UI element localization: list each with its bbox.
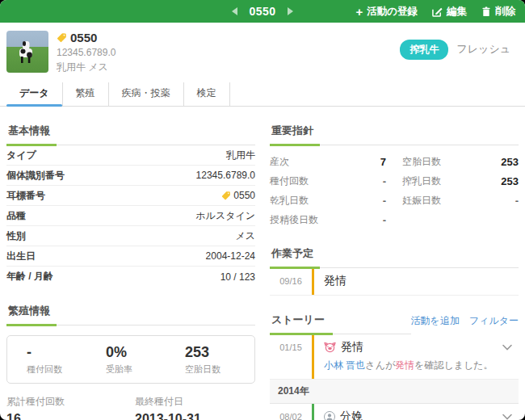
indicator-value: -: [383, 214, 386, 226]
row-value: 12345.6789.0: [196, 170, 255, 181]
row-value: 10 / 123: [220, 271, 255, 283]
indicator-label: 空胎日数: [402, 155, 441, 169]
schedule-item[interactable]: 09/16 発情: [270, 268, 519, 296]
indicator-label: 種付回数: [270, 174, 309, 188]
stat-value: 2013-10-31: [135, 412, 255, 420]
indicator-label: 乾乳日数: [270, 194, 309, 208]
filter-link[interactable]: フィルター: [469, 314, 519, 328]
register-activity-label: 活動の登録: [367, 5, 418, 19]
story-date: 08/02: [270, 404, 312, 420]
stat-cell: 累計種付回数 16: [6, 395, 127, 420]
indicator-value: 7: [380, 156, 386, 168]
ear-tag-icon: [57, 32, 67, 43]
table-row: 性別 メス: [6, 226, 255, 246]
row-value: 0550: [221, 190, 255, 201]
row-label: 性別: [6, 229, 26, 243]
tab-bar: データ 繁殖 疾病・投薬 検定: [0, 82, 525, 107]
summary-cell: 0% 受胎率: [91, 344, 170, 376]
delete-label: 削除: [495, 5, 515, 19]
summary-cell: - 種付回数: [12, 344, 91, 376]
content-area: 基本情報 タイプ 乳用牛 個体識別番号 12345.6789.0 耳標番号: [0, 107, 525, 420]
tab-inspection[interactable]: 検定: [184, 82, 230, 106]
indicators-table: 産次7 空胎日数253 種付回数- 搾乳日数253 乾乳日数- 妊娠日数- 授精…: [270, 152, 519, 229]
topbar-actions: + 活動の登録 編集 削除: [355, 5, 525, 19]
right-column: 重要指針 産次7 空胎日数253 種付回数- 搾乳日数253 乾乳日数- 妊娠日…: [270, 107, 519, 420]
indicator-value: 253: [501, 175, 519, 187]
story-item-estrus[interactable]: 01/15 発情 小林 晋也さんが発情を確認しました。: [270, 334, 519, 380]
indicator-row: 産次7 空胎日数253: [270, 152, 519, 171]
indicator-value: 253: [501, 156, 519, 168]
summary-label: 空胎日数: [185, 363, 250, 376]
fresh-status-label: フレッシュ: [456, 42, 510, 57]
cow-id-number: 12345.6789.0: [57, 47, 116, 58]
indicator-value: -: [515, 195, 519, 207]
row-label: 出生日: [6, 250, 36, 263]
breeding-info-title: 繁殖情報: [6, 304, 255, 326]
tab-disease-medication[interactable]: 疾病・投薬: [109, 82, 184, 106]
add-activity-link[interactable]: 活動を追加: [411, 314, 460, 328]
story-item-calving[interactable]: 08/02 分娩 吉田 花子さんが分娩を実施しました。: [270, 404, 519, 420]
cow-identity: 0550 12345.6789.0 乳用牛 メス: [57, 31, 116, 74]
table-row: 品種 ホルスタイン: [6, 206, 255, 226]
ear-tag-icon: [221, 191, 231, 200]
edit-icon: [432, 6, 443, 17]
breeding-stats-grid: 累計種付回数 16 最終種付日 2013-10-31 発情予定日 2014-09…: [6, 395, 255, 420]
delete-button[interactable]: 削除: [481, 5, 515, 19]
story-header: ストーリー 活動を追加 フィルター: [270, 296, 519, 334]
cow-profile-header: 0550 12345.6789.0 乳用牛 メス 搾乳牛 フレッシュ: [0, 23, 525, 79]
basic-info-title: 基本情報: [6, 124, 255, 145]
row-value: 2004-12-24: [206, 250, 255, 262]
indicators-title: 重要指針: [270, 124, 519, 145]
indicator-row: 種付回数- 搾乳日数253: [270, 171, 519, 191]
basic-info-table: タイプ 乳用牛 個体識別番号 12345.6789.0 耳標番号 0550: [6, 145, 255, 287]
row-value: 乳用牛: [226, 149, 255, 162]
next-cow-icon[interactable]: [288, 7, 293, 15]
stat-label: 累計種付回数: [6, 395, 127, 409]
person-icon: [324, 411, 335, 420]
row-value: ホルスタイン: [195, 209, 255, 223]
stat-cell: 最終種付日 2013-10-31: [135, 395, 255, 420]
left-column: 基本情報 タイプ 乳用牛 個体識別番号 12345.6789.0 耳標番号: [6, 107, 255, 420]
actor-link[interactable]: 小林 晋也: [324, 359, 365, 371]
table-row: タイプ 乳用牛: [6, 145, 255, 166]
cow-ear-tag: 0550: [70, 31, 97, 44]
trash-icon: [481, 6, 491, 17]
table-row: 出生日 2004-12-24: [6, 246, 255, 267]
row-label: 年齢 / 月齢: [6, 270, 53, 284]
summary-value: 0%: [106, 344, 170, 361]
row-label: 品種: [6, 209, 26, 223]
tab-breeding[interactable]: 繁殖: [63, 82, 109, 106]
chevron-down-icon[interactable]: [502, 414, 512, 420]
story-date: 01/15: [270, 334, 312, 379]
story-item-title: 分娩: [340, 410, 363, 420]
register-activity-button[interactable]: + 活動の登録: [355, 5, 418, 19]
estrus-icon: [324, 342, 336, 353]
table-row: 耳標番号 0550: [6, 186, 255, 206]
edit-button[interactable]: 編集: [432, 5, 467, 19]
chevron-down-icon[interactable]: [502, 344, 512, 351]
row-label: タイプ: [6, 149, 36, 162]
summary-value: 253: [185, 344, 250, 361]
activity-keyword: 発情: [395, 359, 414, 371]
indicator-value: -: [383, 195, 386, 207]
schedule-title: 作業予定: [270, 246, 519, 268]
story-title: ストーリー: [270, 313, 411, 334]
summary-label: 受胎率: [106, 363, 170, 376]
indicator-value: -: [383, 175, 386, 187]
stat-value: 16: [6, 412, 127, 420]
schedule-label: 発情: [324, 274, 515, 288]
previous-cow-icon[interactable]: [232, 7, 237, 15]
breeding-summary-box: - 種付回数 0% 受胎率 253 空胎日数: [6, 335, 255, 384]
story-item-title: 発情: [341, 340, 363, 355]
tab-data[interactable]: データ: [6, 82, 63, 106]
summary-label: 種付回数: [27, 363, 91, 376]
indicator-label: 搾乳日数: [402, 174, 441, 188]
cow-type-sex: 乳用牛 メス: [57, 61, 116, 74]
table-row: 年齢 / 月齢 10 / 123: [6, 267, 255, 287]
summary-value: -: [27, 344, 91, 361]
indicator-row: 乾乳日数- 妊娠日数-: [270, 191, 519, 210]
table-row: 個体識別番号 12345.6789.0: [6, 166, 255, 186]
edit-label: 編集: [447, 5, 467, 19]
indicator-row: 授精後日数-: [270, 210, 519, 229]
story-sentence: 小林 晋也さんが発情を確認しました。: [324, 358, 515, 372]
